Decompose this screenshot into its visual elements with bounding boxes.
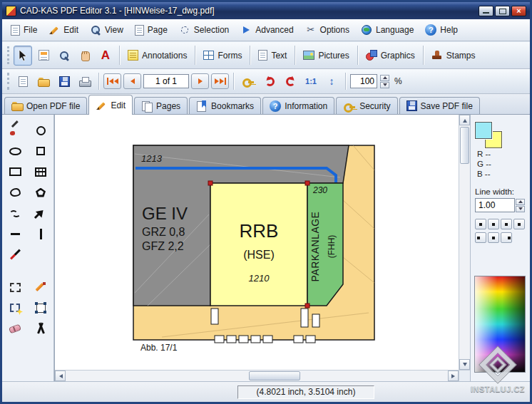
scroll-left-button[interactable] xyxy=(55,371,66,381)
dot-position-button-left[interactable] xyxy=(475,232,486,243)
tab-bookmarks[interactable]: Bookmarks xyxy=(189,97,261,114)
globe-icon xyxy=(361,24,372,36)
page-number-input[interactable] xyxy=(143,74,189,88)
actual-size-button[interactable]: 1:1 xyxy=(302,73,320,90)
scroll-right-button[interactable] xyxy=(448,371,459,381)
print-button[interactable] xyxy=(76,73,94,90)
open-file-button[interactable] xyxy=(34,73,53,90)
selection-handle-bottom-right[interactable] xyxy=(305,304,310,308)
tab-pages[interactable]: Pages xyxy=(134,97,188,114)
zoom-increase-button[interactable] xyxy=(380,75,389,81)
circle-icon xyxy=(36,126,46,135)
zoom-decrease-button[interactable] xyxy=(380,82,389,88)
eraser-tool[interactable] xyxy=(4,319,26,338)
pan-tool-button[interactable] xyxy=(76,46,94,66)
rectangle-tool[interactable] xyxy=(4,162,26,181)
toolbar-grip[interactable] xyxy=(7,46,9,65)
rotate-right-button[interactable] xyxy=(281,73,300,90)
toolbar-grip[interactable] xyxy=(7,73,9,90)
vertical-line-tool[interactable] xyxy=(30,224,51,243)
arrow-tool[interactable] xyxy=(30,204,51,222)
horizontal-scroll-thumb[interactable] xyxy=(249,371,300,380)
folder-icon xyxy=(11,100,23,111)
vertical-scroll-thumb[interactable] xyxy=(460,127,469,164)
edit-objects-tool-button[interactable] xyxy=(34,46,53,66)
fit-page-button[interactable] xyxy=(322,73,341,90)
zoom-tool-button[interactable] xyxy=(55,46,73,66)
vertical-scrollbar[interactable] xyxy=(459,115,470,370)
menu-advanced[interactable]: Advanced xyxy=(235,21,299,38)
line-style-button-3[interactable] xyxy=(501,219,512,229)
freehand-curve-tool[interactable] xyxy=(4,204,26,222)
instaluj-text: INSTALUJ.CZ xyxy=(466,385,529,393)
primary-color-swatch[interactable] xyxy=(475,122,492,139)
menu-options[interactable]: ✂Options xyxy=(300,21,355,38)
tab-save-pdf-file[interactable]: Save PDF file xyxy=(399,97,480,114)
label-building-parcel: 1210 xyxy=(249,273,270,284)
first-page-button[interactable] xyxy=(103,73,121,89)
menu-help[interactable]: Help xyxy=(419,21,464,38)
save-button[interactable] xyxy=(55,73,73,90)
dot-position-button-right[interactable] xyxy=(501,232,512,243)
menu-view[interactable]: View xyxy=(84,21,129,38)
status-bar: (4.8021 inch, 3.5104 inch) xyxy=(2,381,530,402)
line-width-input[interactable] xyxy=(475,198,515,212)
circle-tool[interactable] xyxy=(30,121,51,140)
close-button[interactable] xyxy=(511,6,526,16)
line-width-increase-button[interactable] xyxy=(516,199,525,205)
tab-information[interactable]: Information xyxy=(262,97,334,114)
maximize-button[interactable] xyxy=(495,6,510,16)
pdf-page-canvas[interactable]: 1213 GE IV GRZ 0,8 GFZ 2,2 RRB (HSE) 121… xyxy=(55,115,459,370)
arrow-left-icon xyxy=(131,78,135,84)
menu-file[interactable]: File xyxy=(5,22,43,38)
rotate-left-button[interactable] xyxy=(260,73,279,90)
security-key-button[interactable] xyxy=(238,73,258,90)
zoom-input[interactable] xyxy=(350,74,377,88)
line-style-button-4[interactable] xyxy=(513,219,525,229)
magic-select-tool[interactable] xyxy=(4,299,26,317)
scroll-up-button[interactable] xyxy=(459,115,470,125)
select-rectangle-tool[interactable] xyxy=(4,278,26,296)
previous-page-button[interactable] xyxy=(123,73,141,89)
tab-security[interactable]: Security xyxy=(336,97,397,114)
forms-button[interactable]: Forms xyxy=(200,46,245,66)
horizontal-line-tool[interactable] xyxy=(4,224,26,243)
line-style-button-1[interactable] xyxy=(475,219,486,229)
line-tool[interactable] xyxy=(4,245,26,264)
navigation-toolbar: 1:1 % xyxy=(2,69,530,94)
menu-edit[interactable]: Edit xyxy=(43,21,84,38)
text-doc-icon xyxy=(258,50,267,61)
tab-open-pdf-file[interactable]: Open PDF file xyxy=(4,97,87,114)
new-document-button[interactable] xyxy=(14,73,32,90)
table-tool[interactable] xyxy=(30,162,51,181)
polygon-tool[interactable] xyxy=(30,183,51,202)
brush-tool[interactable] xyxy=(4,121,26,140)
text-group-button[interactable]: Text xyxy=(255,46,290,66)
measure-angle-tool[interactable] xyxy=(30,319,51,338)
menu-page[interactable]: Page xyxy=(129,22,173,38)
graphics-button[interactable]: Graphics xyxy=(362,46,419,66)
menu-language[interactable]: Language xyxy=(355,21,419,38)
horizontal-scrollbar[interactable] xyxy=(55,370,459,381)
line-style-button-2[interactable] xyxy=(488,219,499,229)
stamps-button[interactable]: Stamps xyxy=(428,46,479,66)
label-zone-name: GE IV xyxy=(142,204,188,223)
pictures-button[interactable]: Pictures xyxy=(300,46,352,66)
select-tool-button[interactable] xyxy=(14,46,32,66)
dot-position-button-center[interactable] xyxy=(488,232,499,243)
highlight-rectangle-tool[interactable] xyxy=(30,278,51,296)
menu-selection[interactable]: Selection xyxy=(173,21,235,38)
transform-object-tool[interactable] xyxy=(30,299,51,317)
text-tool-button[interactable]: A xyxy=(96,46,115,66)
annotations-button[interactable]: Annotations xyxy=(124,46,190,66)
selection-handle-top-left[interactable] xyxy=(208,181,213,185)
last-page-button[interactable] xyxy=(211,73,229,89)
square-tool[interactable] xyxy=(30,142,51,160)
selection-handle-top-right[interactable] xyxy=(305,181,310,185)
closed-curve-tool[interactable] xyxy=(4,183,26,202)
tab-edit[interactable]: Edit xyxy=(88,95,133,115)
line-width-decrease-button[interactable] xyxy=(516,206,525,212)
minimize-button[interactable] xyxy=(479,6,493,16)
ellipse-tool[interactable] xyxy=(4,142,26,160)
next-page-button[interactable] xyxy=(191,73,209,89)
